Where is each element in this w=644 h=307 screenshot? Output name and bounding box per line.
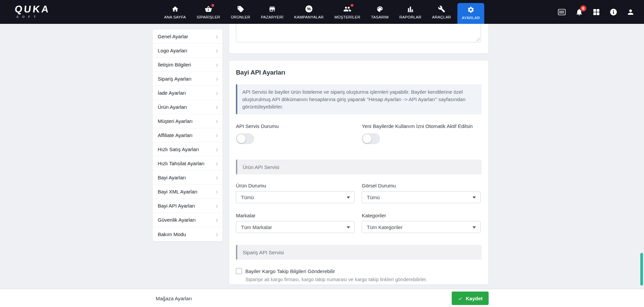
nav-label: MÜŞTERİLER [334,15,360,19]
save-button[interactable]: Kaydet [452,292,489,305]
field-label: Ürün Durumu [236,183,355,188]
nav-item-siparisler[interactable]: SİPARİŞLER [192,0,225,24]
toggles-row: API Servis Durumu Yeni Bayilerde Kullanı… [236,123,482,144]
nav-item-tasarim[interactable]: TASARIM [367,0,393,24]
sidebar-item-bayi-ayarlari[interactable]: Bayi Ayarları› [153,171,222,185]
chevron-right-icon: › [216,75,218,82]
nav-item-ayarlar[interactable]: AYARLAR [457,3,484,24]
chevron-right-icon: › [216,47,218,54]
nav-label: ANA SAYFA [164,15,186,19]
store-icon [268,5,276,13]
nav-item-musteriler[interactable]: MÜŞTERİLER [330,0,364,24]
section-title: Ürün API Servisi [243,164,279,170]
chevron-right-icon: › [216,103,218,110]
sidebar-item-bayi-api-ayarlari[interactable]: Bayi API Ayarları› [153,199,222,213]
toggle-label: Yeni Bayilerde Kullanım İzni Otomatik Ak… [362,123,481,129]
grid-icon[interactable] [592,8,600,16]
chevron-right-icon: › [216,216,218,223]
nav-item-araclar[interactable]: ARAÇLAR [428,0,455,24]
nav-item-urunler[interactable]: ÜRÜNLER [227,0,255,24]
toggle-label: API Servis Durumu [236,123,355,129]
sidebar-item-label: İletişim Bilgileri [158,62,191,68]
user-icon[interactable] [627,8,635,16]
nav-label: ÜRÜNLER [231,15,250,19]
footer-page-label: Mağaza Ayarları [156,289,192,307]
kategoriler-field: Kategoriler Tüm Kategoriler [362,213,481,233]
toggle-knob [363,134,371,143]
gorsel-durumu-select[interactable]: Tümü [362,191,481,203]
markalar-select[interactable]: Tüm Markalar [236,221,355,233]
urun-durumu-field: Ürün Durumu Tümü [236,183,355,203]
palette-icon [376,5,384,13]
sidebar-item-hizli-tahsilat-ayarlari[interactable]: Hızlı Tahsilat Ayarları› [153,157,222,171]
yeni-bayi-izin-toggle[interactable] [362,133,380,144]
chevron-right-icon: › [216,174,218,181]
sidebar-item-label: İade Ayarları [158,90,186,96]
barcode-icon[interactable] [557,8,566,16]
nav-label: AYARLAR [462,16,480,20]
checkbox-help-text: Siparişe ait kargo firması, kargo takip … [245,277,482,282]
sidebar-item-siparis-ayarlari[interactable]: Sipariş Ayarları› [153,72,222,86]
logo[interactable]: QUKA SOFT [15,4,50,18]
chevron-right-icon: › [216,145,218,152]
nav-item-kampanyalar[interactable]: % KAMPANYALAR [290,0,328,24]
nav-label: PAZARYERİ [261,15,284,19]
sidebar-item-urun-ayarlari[interactable]: Ürün Ayarları› [153,100,222,114]
chevron-right-icon: › [216,33,218,40]
bayi-api-ayarlari-card: Bayi API Ayarları API Servisi ile bayile… [229,61,488,284]
checkbox-label[interactable]: Bayiler Kargo Takip Bilgileri Gönderebil… [245,268,335,274]
notification-dot [351,4,353,7]
chevron-right-icon: › [216,202,218,209]
kargo-takip-checkbox[interactable] [236,268,242,274]
nav-label: KAMPANYALAR [294,15,324,19]
markalar-field: Markalar Tüm Markalar [236,213,355,233]
sidebar-item-label: Ürün Ayarları [158,104,187,110]
chevron-right-icon: › [216,188,218,195]
sidebar-item-logo-ayarlari[interactable]: Logo Ayarları› [153,44,222,58]
bell-icon[interactable]: 6 [575,8,583,16]
gorsel-durumu-field: Görsel Durumu Tümü [362,183,481,203]
top-navbar: QUKA SOFT ANA SAYFA SİPARİŞLER ÜRÜNLER [0,0,644,24]
field-row-2: Markalar Tüm Markalar Kategoriler Tüm Ka… [236,213,482,233]
checkbox-row: Bayiler Kargo Takip Bilgileri Gönderebil… [236,268,482,274]
nav-item-pazaryeri[interactable]: PAZARYERİ [257,0,288,24]
field-row-1: Ürün Durumu Tümü Görsel Durumu Tümü [236,183,482,203]
sidebar-item-bakim-modu[interactable]: Bakım Modu› [153,227,222,241]
sidebar-item-genel-ayarlar[interactable]: Genel Ayarlar› [153,30,222,44]
urun-api-servisi-section: Ürün API Servisi [236,160,482,174]
sidebar-item-label: Hızlı Satış Ayarları [158,146,199,152]
sidebar-item-label: Logo Ayarları [158,48,187,53]
section-title: Sipariş API Servisi [243,250,284,255]
yeni-bayi-izin-group: Yeni Bayilerde Kullanım İzni Otomatik Ak… [362,123,481,144]
field-label: Kategoriler [362,213,481,218]
sidebar-item-label: Bayi Ayarları [158,175,186,180]
sidebar-item-musteri-ayarlari[interactable]: Müşteri Ayarları› [153,114,222,128]
sidebar-item-iade-ayarlari[interactable]: İade Ayarları› [153,86,222,100]
nav-label: RAPORLAR [399,15,422,19]
resize-grip-icon[interactable] [476,37,480,41]
sidebar-item-bayi-xml-ayarlari[interactable]: Bayi XML Ayarları› [153,185,222,199]
sidebar-item-affiliate-ayarlari[interactable]: Affiliate Ayarları› [153,128,222,142]
nav-item-ana-sayfa[interactable]: ANA SAYFA [160,0,190,24]
info-alert: API Servisi ile bayiler ürün listeleme v… [236,84,482,114]
kategoriler-select[interactable]: Tüm Kategoriler [362,221,481,233]
sidebar-item-guvenlik-ayarlari[interactable]: Güvenlik Ayarları› [153,213,222,227]
sidebar-item-hizli-satis-ayarlari[interactable]: Hızlı Satış Ayarları› [153,142,222,157]
api-servis-durumu-group: API Servis Durumu [236,123,355,144]
urun-durumu-select[interactable]: Tümü [236,191,355,203]
info-icon[interactable] [609,8,617,16]
page-title: Bayi API Ayarları [236,69,482,76]
api-servis-durumu-toggle[interactable] [236,133,254,144]
sidebar-item-iletisim-bilgileri[interactable]: İletişim Bilgileri› [153,58,222,72]
chevron-right-icon: › [216,230,218,237]
nav-item-raporlar[interactable]: RAPORLAR [395,0,426,24]
settings-sidebar: Genel Ayarlar› Logo Ayarları› İletişim B… [153,30,222,241]
select-value: Tüm Kategoriler [367,224,403,230]
nav-label: SİPARİŞLER [197,15,220,19]
users-icon [343,5,351,13]
chart-icon [407,5,414,13]
notification-badge: 6 [580,5,586,11]
chevron-right-icon: › [216,117,218,124]
kargo-takip-block: Bayiler Kargo Takip Bilgileri Gönderebil… [236,268,482,282]
scrollbar-thumb[interactable] [640,253,643,286]
